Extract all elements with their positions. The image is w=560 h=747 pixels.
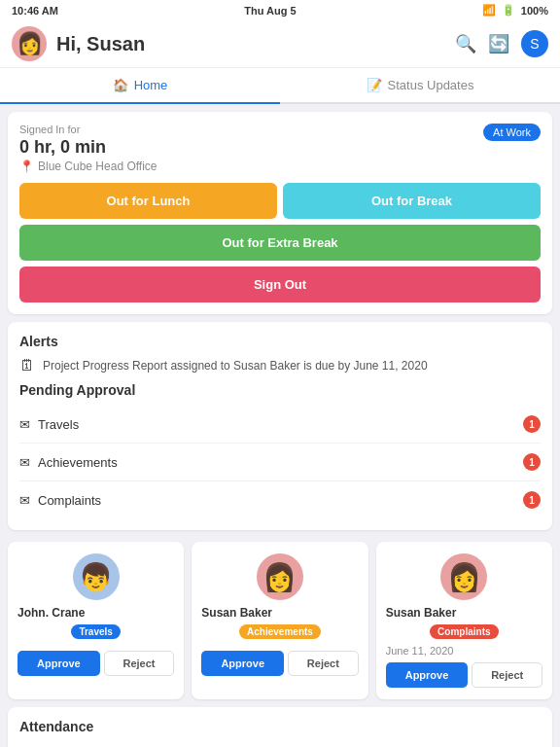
john-name: John. Crane xyxy=(18,606,174,620)
tab-status[interactable]: 📝 Status Updates xyxy=(280,68,560,104)
susan-ach-approve-button[interactable]: Approve xyxy=(201,651,284,676)
btn-row-1: Out for Lunch Out for Break xyxy=(19,183,541,219)
susan-comp-approve-button[interactable]: Approve xyxy=(386,662,469,688)
achievements-badge: 1 xyxy=(523,453,541,471)
john-avatar: 👦 xyxy=(73,553,120,600)
pending-achievements[interactable]: ✉ Achievements 1 xyxy=(19,444,541,481)
susan-comp-reject-button[interactable]: Reject xyxy=(472,662,542,688)
mail-icon-complaints: ✉ xyxy=(19,493,30,508)
mail-icon-achievements: ✉ xyxy=(19,455,30,470)
john-reject-button[interactable]: Reject xyxy=(104,651,175,676)
status-icon: 📝 xyxy=(367,78,382,92)
pending-travels[interactable]: ✉ Travels 1 xyxy=(19,406,541,444)
attendance-section: ⚠️ You have not marked your Attendance T… xyxy=(19,742,541,747)
signed-in-label: Signed In for xyxy=(19,124,158,135)
john-approve-button[interactable]: Approve xyxy=(18,651,100,676)
susan-ach-action-row: Approve Reject xyxy=(201,651,358,676)
out-extra-button[interactable]: Out for Extra Break xyxy=(19,225,541,261)
sign-out-button[interactable]: Sign Out xyxy=(19,267,541,302)
complaints-badge: 1 xyxy=(523,491,541,509)
pending-approval-section: Pending Approval ✉ Travels 1 ✉ Achieveme… xyxy=(19,382,541,518)
male-avatar-icon: 👦 xyxy=(79,561,113,593)
alert-text: Project Progress Report assigned to Susa… xyxy=(43,359,428,373)
nav-tabs: 🏠 Home 📝 Status Updates xyxy=(0,68,560,104)
travels-badge: 1 xyxy=(523,415,541,433)
alerts-pending-card: Alerts 🗓 Project Progress Report assigne… xyxy=(8,322,552,530)
status-bar: 10:46 AM Thu Aug 5 📶 🔋 100% xyxy=(0,0,560,20)
susan-comp-date: June 11, 2020 xyxy=(386,645,542,657)
susan-comp-name: Susan Baker xyxy=(386,606,542,620)
wifi-icon: 📶 xyxy=(482,4,496,17)
header: 👩 Hi, Susan 🔍 🔄 S xyxy=(0,20,560,68)
approval-card-susan-ach: 👩 Susan Baker Achievements Approve Rejec… xyxy=(192,542,368,699)
tab-home[interactable]: 🏠 Home xyxy=(0,68,280,104)
battery-percent: 100% xyxy=(521,5,548,17)
alerts-title: Alerts xyxy=(19,334,541,349)
approval-card-john: 👦 John. Crane Travels Approve Reject xyxy=(8,542,184,699)
avatar: 👩 xyxy=(12,26,47,61)
female-avatar-icon-2: 👩 xyxy=(447,561,481,593)
main-content: Signed In for 0 hr, 0 min 📍 Blue Cube He… xyxy=(0,104,560,747)
refresh-icon[interactable]: 🔄 xyxy=(488,33,509,54)
john-action-row: Approve Reject xyxy=(18,651,174,676)
female-avatar-icon-1: 👩 xyxy=(262,561,297,593)
signin-time: 0 hr, 0 min xyxy=(19,137,158,158)
approval-cards-row: 👦 John. Crane Travels Approve Reject 👩 S… xyxy=(8,542,552,699)
susan-ach-name: Susan Baker xyxy=(201,606,358,620)
home-icon: 🏠 xyxy=(113,78,128,92)
susan-comp-tag: Complaints xyxy=(430,624,498,639)
alert-icon: 🗓 xyxy=(19,357,35,374)
pending-complaints[interactable]: ✉ Complaints 1 xyxy=(19,481,541,518)
susan-comp-avatar: 👩 xyxy=(440,553,487,600)
status-time: 10:46 AM xyxy=(12,5,58,17)
signin-row: Signed In for 0 hr, 0 min 📍 Blue Cube He… xyxy=(19,124,541,173)
at-work-badge: At Work xyxy=(483,124,541,141)
alert-item: 🗓 Project Progress Report assigned to Su… xyxy=(19,357,541,374)
out-lunch-button[interactable]: Out for Lunch xyxy=(19,183,277,219)
out-break-button[interactable]: Out for Break xyxy=(283,183,541,219)
approval-card-susan-comp: 👩 Susan Baker Complaints June 11, 2020 A… xyxy=(376,542,552,699)
status-day: Thu Aug 5 xyxy=(244,5,296,17)
location: 📍 Blue Cube Head Office xyxy=(19,160,158,173)
mail-icon-travels: ✉ xyxy=(19,417,30,432)
pending-title: Pending Approval xyxy=(19,382,541,398)
susan-ach-avatar: 👩 xyxy=(257,553,303,600)
action-buttons: Out for Lunch Out for Break Out for Extr… xyxy=(19,183,541,302)
signin-card: Signed In for 0 hr, 0 min 📍 Blue Cube He… xyxy=(8,112,552,314)
greeting: Hi, Susan xyxy=(56,33,445,55)
susan-comp-action-row: Approve Reject xyxy=(386,662,542,688)
susan-ach-reject-button[interactable]: Reject xyxy=(288,651,359,676)
search-icon[interactable]: 🔍 xyxy=(455,33,476,54)
header-icons: 🔍 🔄 S xyxy=(455,30,548,57)
status-right: 📶 🔋 100% xyxy=(482,4,548,17)
user-icon[interactable]: S xyxy=(521,30,548,57)
battery-icon: 🔋 xyxy=(502,4,515,17)
susan-ach-tag: Achievements xyxy=(239,624,321,639)
john-tag: Travels xyxy=(71,624,120,639)
location-icon: 📍 xyxy=(19,160,34,173)
attendance-title: Attendance xyxy=(19,719,541,734)
attendance-card: Attendance ⚠️ You have not marked your A… xyxy=(8,707,552,747)
